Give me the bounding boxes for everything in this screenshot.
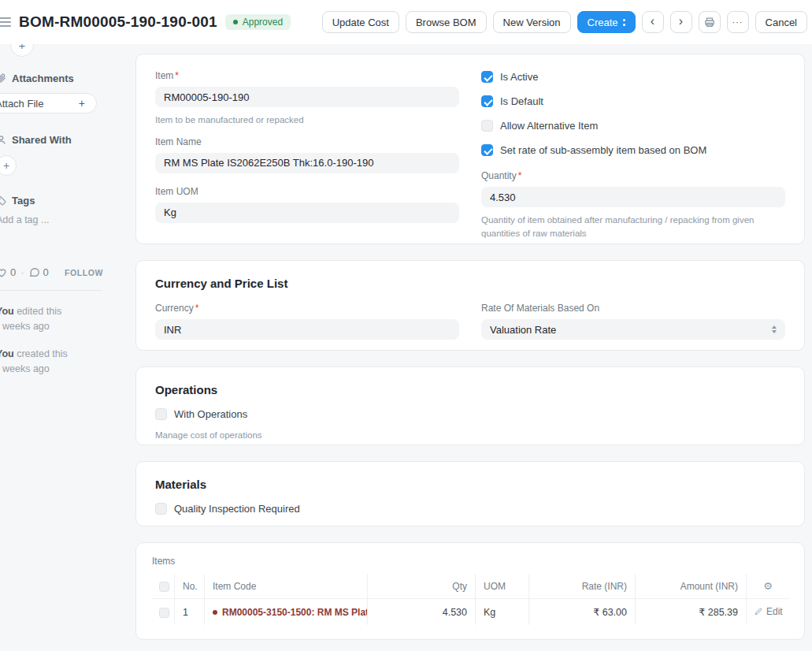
create-button[interactable]: Create [577,11,636,33]
col-uom: UOM [476,574,529,599]
materials-section: Materials Quality Inspection Required [135,461,805,526]
currency-section-heading: Currency and Price List [155,277,785,290]
form-body: Item* RM00005-190-190 Item to be manufac… [134,44,812,651]
stock-indicator-dot-icon [213,610,217,615]
row-no: 1 [175,599,205,626]
operations-help-text: Manage cost of operations [155,429,785,442]
comment-icon[interactable] [29,267,40,278]
materials-section-heading: Materials [155,478,785,491]
col-qty: Qty [368,574,476,599]
add-share-button[interactable]: + [0,155,17,176]
prev-record-button[interactable]: ‹ [642,11,664,33]
items-grid-label: Items [152,556,790,567]
plus-icon: + [19,44,26,52]
browse-bom-button[interactable]: Browse BOM [406,11,487,33]
is-default-checkbox[interactable] [481,95,493,107]
item-code-link[interactable]: RM00005-3150-1500: RM MS Plate I [213,607,359,618]
col-amount: Amount (INR) [636,574,747,599]
items-grid-section: Items No. Item Code Qty UOM Rate ( [135,542,805,640]
rate-based-on-select[interactable]: Valuation Rate [481,319,785,340]
item-uom-label: Item UOM [155,186,459,197]
is-active-checkbox[interactable] [481,71,493,83]
set-rate-subassembly-checkbox[interactable] [481,144,493,156]
row-rate: ₹ 63.00 [529,599,636,626]
select-stepper-icon [772,326,777,333]
col-no: No. [175,574,205,599]
create-dropdown-caret-icon [623,19,625,21]
add-assignment-button[interactable]: + [10,44,34,57]
row-checkbox[interactable] [159,608,169,618]
details-section: Item* RM00005-190-190 Item to be manufac… [135,54,805,244]
quantity-help-text: Quantity of item obtained after manufact… [481,214,785,240]
quality-inspection-checkbox[interactable] [155,503,167,515]
tag-icon [0,195,6,206]
allow-alternative-item-checkbox[interactable] [481,120,493,132]
row-amount: ₹ 285.39 [636,599,747,626]
bom-form-page: BOM-RM00005-190-190-001 Approved Update … [0,0,812,651]
quantity-field[interactable]: 4.530 [481,187,785,207]
grid-settings-gear-icon[interactable]: ⚙ [763,580,773,592]
currency-field[interactable]: INR [155,319,459,340]
col-rate: Rate (INR) [529,574,636,599]
pencil-icon [755,608,762,616]
chevron-left-icon: ‹ [651,15,654,28]
follow-button[interactable]: FOLLOW [65,268,103,277]
timeline-user: You [0,306,14,317]
item-uom-field[interactable]: Kg [155,203,459,223]
operations-section-heading: Operations [155,383,785,396]
items-table: No. Item Code Qty UOM Rate (INR) Amount … [150,573,790,626]
cancel-button[interactable]: Cancel [755,11,807,33]
row-qty: 4.530 [368,599,476,626]
paperclip-icon [0,73,6,84]
page-title: BOM-RM00005-190-190-001 [19,13,217,31]
items-table-header-row: No. Item Code Qty UOM Rate (INR) Amount … [151,574,790,599]
sidebar-divider [0,290,102,291]
rate-based-on-label: Rate Of Materials Based On [481,303,785,314]
timeline-when: weeks ago [0,363,131,375]
create-label: Create [588,17,618,28]
timeline: You edited this weeks ago You created th… [0,305,131,375]
item-label: Item* [155,70,459,81]
header-actions: Update Cost Browse BOM New Version Creat… [322,11,807,33]
item-field[interactable]: RM00005-190-190 [155,87,459,107]
more-menu-button[interactable]: ··· [727,11,749,33]
page-header: BOM-RM00005-190-190-001 Approved Update … [0,0,812,44]
separator-dot: · [20,266,24,278]
attach-file-label: Attach File [0,98,43,110]
heart-icon[interactable] [0,267,7,278]
timeline-entry-edited: You edited this weeks ago [0,305,131,333]
new-version-button[interactable]: New Version [493,11,571,33]
operations-section: Operations With Operations Manage cost o… [135,366,805,445]
menu-icon[interactable] [0,17,11,27]
print-button[interactable] [699,11,721,33]
required-asterisk: * [518,170,522,181]
status-label: Approved [243,17,283,28]
add-tag-input[interactable]: Add a tag ... [0,214,131,225]
update-cost-button[interactable]: Update Cost [322,11,399,33]
plus-icon: + [3,159,9,172]
with-operations-checkbox[interactable] [155,408,167,420]
status-badge: Approved [225,14,291,30]
attach-file-button[interactable]: Attach File + [0,93,97,113]
comment-count[interactable]: 0 [43,266,49,278]
timeline-entry-created: You created this weeks ago [0,348,131,376]
quantity-label: Quantity* [481,170,785,181]
tags-section-label: Tags [0,195,131,206]
timeline-user: You [0,348,14,359]
quality-inspection-label: Quality Inspection Required [174,503,300,515]
chevron-right-icon: › [679,15,683,28]
plus-icon: + [79,97,85,110]
user-icon [0,135,6,145]
like-count[interactable]: 0 [10,266,16,278]
with-operations-label: With Operations [174,408,247,420]
item-name-field[interactable]: RM MS Plate IS2062E250B Thk:16.0-190-190 [155,153,459,173]
timeline-when: weeks ago [0,320,131,333]
select-all-checkbox[interactable] [159,582,169,592]
currency-label: Currency* [155,303,459,314]
required-asterisk: * [175,70,179,81]
next-record-button[interactable]: › [670,11,692,33]
col-item-code: Item Code [205,574,368,599]
rate-based-on-value: Valuation Rate [490,324,556,336]
row-edit-button[interactable]: Edit [755,606,783,617]
is-default-label: Is Default [500,95,543,107]
